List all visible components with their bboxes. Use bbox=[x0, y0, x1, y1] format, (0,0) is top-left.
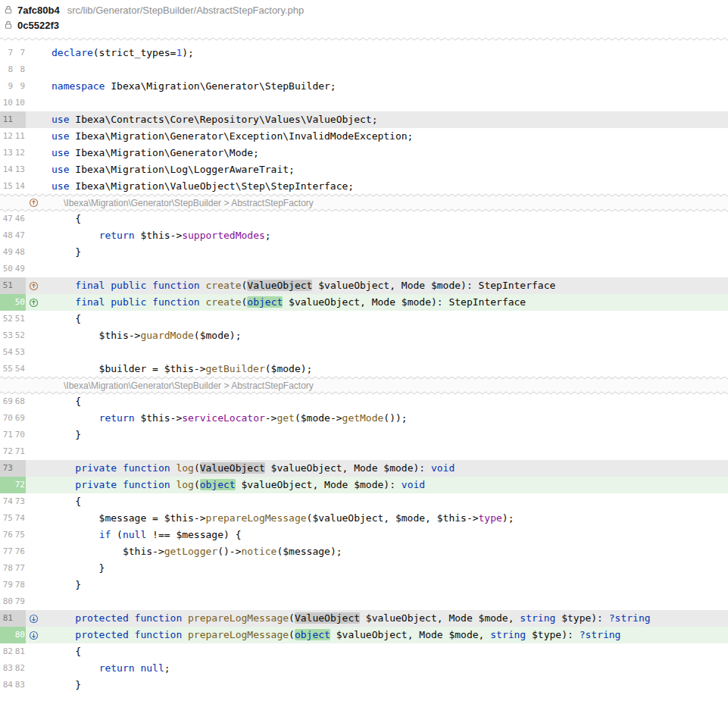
diff-code-row[interactable]: 99namespace Ibexa\Migration\Generator\St… bbox=[0, 78, 728, 95]
code-line[interactable]: if (null !== $message) { bbox=[48, 527, 728, 543]
code-line[interactable]: { bbox=[48, 493, 728, 510]
code-line[interactable]: $this->guardMode($mode); bbox=[48, 327, 728, 344]
code-token: { bbox=[52, 213, 81, 224]
gutter-icon-slot bbox=[26, 460, 48, 477]
diff-code-row[interactable]: 4847 return $this->supportedModes; bbox=[0, 227, 728, 244]
code-line[interactable]: use Ibexa\Migration\Generator\Exception\… bbox=[48, 128, 728, 145]
code-token: if bbox=[99, 529, 111, 540]
code-line[interactable]: } bbox=[48, 677, 728, 693]
diff-code-row[interactable]: 81 protected function prepareLogMessage(… bbox=[0, 610, 728, 627]
diff-code-row[interactable]: 7170 } bbox=[0, 427, 728, 443]
code-line[interactable]: declare(strict_types=1); bbox=[48, 45, 728, 61]
code-line[interactable] bbox=[48, 261, 728, 277]
diff-code-row[interactable]: 5251 { bbox=[0, 311, 728, 327]
overridden-method-gutter-icon[interactable] bbox=[29, 631, 39, 640]
collapsed-region-separator[interactable]: \Ibexa\Migration\Generator\StepBuilder >… bbox=[0, 195, 728, 211]
diff-code-row[interactable]: 4746 { bbox=[0, 211, 728, 227]
code-line[interactable]: } bbox=[48, 244, 728, 261]
code-line[interactable] bbox=[48, 95, 728, 111]
diff-code-row[interactable]: 80 protected function prepareLogMessage(… bbox=[0, 627, 728, 643]
code-line[interactable]: { bbox=[48, 393, 728, 410]
diff-code-row[interactable]: 7978 } bbox=[0, 577, 728, 593]
code-line[interactable] bbox=[48, 593, 728, 610]
code-line[interactable]: $this->getLogger()->notice($message); bbox=[48, 543, 728, 560]
code-line[interactable]: } bbox=[48, 560, 728, 577]
code-line[interactable]: { bbox=[48, 311, 728, 327]
new-line-number: 47 bbox=[13, 227, 26, 244]
diff-code-row[interactable]: 1413use Ibexa\Migration\Log\LoggerAwareT… bbox=[0, 161, 728, 178]
code-token: ( bbox=[194, 462, 200, 474]
diff-code-row[interactable]: 7877 } bbox=[0, 560, 728, 577]
code-line[interactable]: { bbox=[48, 643, 728, 660]
diff-code-row[interactable]: 5453 bbox=[0, 344, 728, 361]
code-line[interactable]: private function log(ValueObject $valueO… bbox=[48, 460, 728, 477]
override-method-gutter-icon[interactable] bbox=[29, 198, 39, 208]
code-line[interactable]: namespace Ibexa\Migration\Generator\Step… bbox=[48, 78, 728, 95]
diff-code-row[interactable]: 8281 { bbox=[0, 643, 728, 660]
code-line[interactable]: } bbox=[48, 427, 728, 443]
old-line-number: 83 bbox=[2, 660, 13, 677]
diff-code-row[interactable]: 4948 } bbox=[0, 244, 728, 261]
old-line-number: 81 bbox=[2, 610, 13, 627]
override-method-gutter-icon[interactable] bbox=[29, 298, 39, 308]
diff-code-row[interactable]: 7574 $message = $this->prepareLogMessage… bbox=[0, 510, 728, 527]
code-line[interactable]: final public function create(object $val… bbox=[48, 294, 728, 311]
gutter-icon-slot bbox=[26, 111, 48, 128]
diff-code-row[interactable]: 50 final public function create(object $… bbox=[0, 294, 728, 311]
code-line[interactable]: protected function prepareLogMessage(obj… bbox=[48, 627, 728, 643]
diff-code-row[interactable]: 1010 bbox=[0, 95, 728, 111]
line-number-gutter: 1413 bbox=[0, 161, 26, 178]
collapsed-region-separator[interactable]: \Ibexa\Migration\Generator\StepBuilder >… bbox=[0, 377, 728, 393]
diff-code-row[interactable]: 8382 return null; bbox=[0, 660, 728, 677]
diff-code-row[interactable]: 7271 bbox=[0, 443, 728, 460]
diff-code-row[interactable]: 7473 { bbox=[0, 493, 728, 510]
code-line[interactable] bbox=[48, 344, 728, 361]
diff-code-row[interactable]: 7776 $this->getLogger()->notice($message… bbox=[0, 543, 728, 560]
line-number-gutter: 6968 bbox=[0, 393, 26, 410]
diff-code-row[interactable]: 73 private function log(ValueObject $val… bbox=[0, 460, 728, 477]
diff-code-row[interactable]: 5352 $this->guardMode($mode); bbox=[0, 327, 728, 344]
code-token: } bbox=[52, 679, 81, 690]
diff-code-row[interactable]: 8483 } bbox=[0, 677, 728, 693]
code-line[interactable]: final public function create(ValueObject… bbox=[48, 277, 728, 294]
code-line[interactable]: protected function prepareLogMessage(Val… bbox=[48, 610, 728, 627]
code-token: supportedModes bbox=[182, 230, 265, 241]
code-line[interactable]: return $this->supportedModes; bbox=[48, 227, 728, 244]
new-line-number: 75 bbox=[13, 527, 26, 543]
override-method-gutter-icon[interactable] bbox=[29, 281, 39, 291]
diff-code-row[interactable]: 72 private function log(object $valueObj… bbox=[0, 477, 728, 493]
code-line[interactable]: $message = $this->prepareLogMessage($val… bbox=[48, 510, 728, 527]
diff-code-row[interactable]: 1211use Ibexa\Migration\Generator\Except… bbox=[0, 128, 728, 145]
diff-editor[interactable]: 77declare(strict_types=1);8899namespace … bbox=[0, 45, 728, 693]
diff-code-row[interactable]: 51 final public function create(ValueObj… bbox=[0, 277, 728, 294]
diff-code-row[interactable]: 6968 { bbox=[0, 393, 728, 410]
diff-code-row[interactable]: 11use Ibexa\Contracts\Core\Repository\Va… bbox=[0, 111, 728, 128]
code-line[interactable]: use Ibexa\Migration\Generator\Mode; bbox=[48, 145, 728, 161]
gutter-icon-slot bbox=[26, 244, 48, 261]
gutter-icon-slot bbox=[26, 643, 48, 660]
line-number-gutter: 81 bbox=[0, 610, 26, 627]
diff-code-row[interactable]: 8079 bbox=[0, 593, 728, 610]
diff-code-row[interactable]: 1312use Ibexa\Migration\Generator\Mode; bbox=[0, 145, 728, 161]
gutter-icon-slot bbox=[26, 344, 48, 361]
diff-code-row[interactable]: 88 bbox=[0, 61, 728, 78]
code-line[interactable]: { bbox=[48, 211, 728, 227]
code-line[interactable]: use Ibexa\Contracts\Core\Repository\Valu… bbox=[48, 111, 728, 128]
row-body: } bbox=[26, 577, 728, 593]
diff-code-row[interactable]: 7069 return $this->serviceLocator->get($… bbox=[0, 410, 728, 427]
overridden-method-gutter-icon[interactable] bbox=[29, 614, 39, 624]
code-line[interactable]: use Ibexa\Migration\Log\LoggerAwareTrait… bbox=[48, 161, 728, 178]
code-token: $valueObject, Mode $mode): bbox=[236, 479, 401, 490]
diff-code-row[interactable]: 7675 if (null !== $message) { bbox=[0, 527, 728, 543]
code-line[interactable]: } bbox=[48, 577, 728, 593]
code-line[interactable] bbox=[48, 61, 728, 78]
diff-code-row[interactable]: 5049 bbox=[0, 261, 728, 277]
code-token: create bbox=[206, 280, 242, 291]
code-line[interactable]: return null; bbox=[48, 660, 728, 677]
code-line[interactable]: private function log(object $valueObject… bbox=[48, 477, 728, 493]
code-token: $type): bbox=[526, 629, 579, 640]
gutter-icon-slot bbox=[26, 593, 48, 610]
code-line[interactable]: return $this->serviceLocator->get($mode-… bbox=[48, 410, 728, 427]
diff-code-row[interactable]: 77declare(strict_types=1); bbox=[0, 45, 728, 61]
code-line[interactable] bbox=[48, 443, 728, 460]
